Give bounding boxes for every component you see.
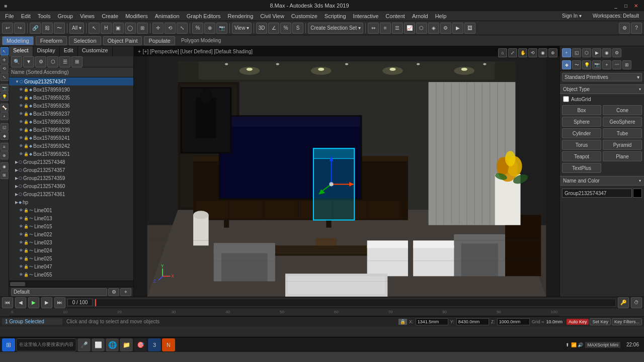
align-tool[interactable]: ≡	[1, 143, 9, 151]
object-paint-button[interactable]: Object Paint	[103, 36, 142, 45]
shapes-category-icon[interactable]: 〜	[572, 60, 581, 69]
scene-item-box3[interactable]: 👁 🔒 ◆ Box1578959236	[9, 102, 133, 110]
create-selection-set[interactable]: Create Selection Set ▾	[308, 23, 363, 34]
app2-icon[interactable]: 3	[148, 338, 161, 351]
rotate-tool[interactable]: ⟲	[1, 64, 9, 72]
scene-tab-edit[interactable]: Edit	[60, 46, 78, 56]
scene-item-box9[interactable]: 👁 🔒 ◆ Box1578959251	[9, 150, 133, 158]
geosphere-type-button[interactable]: GeoSphere	[603, 117, 642, 127]
window-controls[interactable]: _ □ ✕	[612, 2, 640, 10]
scene-item-line015[interactable]: 👁 🔒 〜 Line015	[9, 222, 133, 230]
scene-item-box4[interactable]: 👁 🔒 ◆ Box1578959237	[9, 110, 133, 118]
menu-group[interactable]: Group	[54, 12, 76, 20]
menu-help[interactable]: Help	[432, 12, 450, 20]
menu-tools[interactable]: Tools	[35, 12, 54, 20]
timeline-key-mode[interactable]: 🔑	[618, 297, 629, 308]
autogrid-checkbox[interactable]	[563, 96, 569, 102]
menu-edit[interactable]: Edit	[18, 12, 34, 20]
geometry-tool[interactable]: ◆	[1, 132, 9, 140]
rotate-button[interactable]: ⟲	[165, 23, 176, 34]
scale-tool[interactable]: ⤡	[1, 73, 9, 81]
scene-item-line001[interactable]: 👁 🔒 〜 Line001	[9, 206, 133, 214]
y-coord-value[interactable]: 8430.0mm	[456, 318, 489, 325]
menu-interactive[interactable]: Interactive	[350, 12, 382, 20]
cylinder-type-button[interactable]: Cylinder	[562, 128, 601, 138]
maximize-button[interactable]: □	[622, 2, 630, 10]
scene-item-grp6[interactable]: ▶ ⬡ Group2132574361	[9, 190, 133, 198]
timeline-prev[interactable]: ◀	[15, 297, 26, 308]
select-region-circle[interactable]: ◯	[125, 23, 136, 34]
auto-key-button[interactable]: Auto Key	[567, 319, 589, 325]
key-filters-button[interactable]: Key Filters...	[612, 318, 642, 325]
scene-item-line055[interactable]: 👁 🔒 〜 Line055	[9, 270, 133, 279]
hierarchy-tab-icon[interactable]: ⬡	[582, 48, 591, 57]
align-button[interactable]: ≡	[380, 23, 391, 34]
scene-tab-customize[interactable]: Customize	[78, 46, 113, 56]
move-button[interactable]: ✛	[152, 23, 164, 34]
timeline-next[interactable]: ▶	[41, 297, 52, 308]
camera-tool[interactable]: 📷	[1, 84, 9, 92]
snap-tool[interactable]: ⊕	[1, 151, 9, 159]
modify-tab-icon[interactable]: ◱	[572, 48, 581, 57]
select-button[interactable]: ↖	[89, 23, 100, 34]
timeline-prev-frame[interactable]: ⏮	[2, 297, 13, 308]
layer-settings-btn[interactable]: ⚙	[108, 288, 119, 296]
menu-customize[interactable]: Customize	[288, 12, 320, 20]
teapot-type-button[interactable]: Teapot	[562, 151, 601, 161]
settings-button[interactable]: ⚙	[619, 23, 630, 34]
menu-modifiers[interactable]: Modifiers	[122, 12, 151, 20]
geometry-category-icon[interactable]: ◆	[562, 60, 571, 69]
app3-icon[interactable]: N	[162, 338, 175, 351]
timeline-track[interactable]	[95, 299, 616, 307]
menu-create[interactable]: Create	[99, 12, 121, 20]
menu-file[interactable]: File	[2, 12, 17, 20]
scene-item-line022[interactable]: 👁 🔒 〜 Line022	[9, 230, 133, 238]
scene-options[interactable]: ⚙	[35, 56, 46, 67]
isolate-tool[interactable]: ◉	[1, 162, 9, 170]
textplus-type-button[interactable]: TextPlus	[562, 163, 601, 173]
task-view-button[interactable]: ⬜	[92, 338, 105, 351]
bind-space-warp[interactable]: 〜	[54, 23, 65, 34]
primitive-type-dropdown[interactable]: Standard Primitives ▾	[562, 73, 642, 81]
menu-graph-editors[interactable]: Graph Editors	[184, 12, 224, 20]
scene-tab-display[interactable]: Display	[33, 46, 60, 56]
window-crossing[interactable]: ⊞	[137, 23, 148, 34]
helpers-category-icon[interactable]: +	[602, 60, 611, 69]
scene-item-grp2[interactable]: ▶ ⬡ Group2132574348	[9, 158, 133, 166]
browser-icon[interactable]: 🌐	[106, 338, 119, 351]
scene-item-grp3[interactable]: ▶ ⬡ Group2132574357	[9, 166, 133, 174]
scene-item-box7[interactable]: 👁 🔒 ◆ Box1578959241	[9, 134, 133, 142]
mirror-button[interactable]: ⇔	[368, 23, 379, 34]
scene-item-line023[interactable]: 👁 🔒 〜 Line023	[9, 238, 133, 246]
list-h-scrollbar[interactable]	[10, 282, 25, 286]
lights-category-icon[interactable]: 💡	[582, 60, 591, 69]
scene-item-box6[interactable]: 👁 🔒 ◆ Box1578959239	[9, 126, 133, 134]
schematic-view[interactable]: ⬡	[416, 23, 427, 34]
scene-item-box1[interactable]: 👁 🔒 ◆ Box1578959190	[9, 85, 133, 94]
help-button[interactable]: ?	[631, 23, 642, 34]
select-tool[interactable]: ↖	[1, 47, 9, 55]
set-key-button[interactable]: Set Key	[590, 318, 611, 325]
cone-type-button[interactable]: Cone	[603, 105, 642, 115]
select-name-button[interactable]: H	[101, 23, 112, 34]
timeline-play[interactable]: ▶	[28, 297, 39, 308]
vp-zoom[interactable]: ⤢	[508, 48, 517, 57]
scene-item-grp4[interactable]: ▶ ⬡ Group2132574359	[9, 174, 133, 182]
scene-item-group1[interactable]: ▼ ⬡ Group2132574347	[9, 77, 133, 85]
xref-tool[interactable]: ⊞	[1, 171, 9, 179]
freeform-mode-button[interactable]: Freeform	[36, 36, 67, 45]
unlink-button[interactable]: ⛓	[42, 23, 53, 34]
vp-pan[interactable]: ✋	[518, 48, 527, 57]
bone-tool[interactable]: 🦴	[1, 104, 9, 112]
utilities-tab-icon[interactable]: ⚙	[612, 48, 621, 57]
populate-button[interactable]: Populate	[144, 36, 175, 45]
object-type-section-header[interactable]: Object Type ▾	[560, 84, 644, 94]
scene-display[interactable]: ☰	[59, 56, 70, 67]
material-editor[interactable]: ◈	[428, 23, 439, 34]
timeline-next-frame[interactable]: ⏭	[54, 297, 65, 308]
angle-snap[interactable]: ∠	[268, 23, 279, 34]
systems-category-icon[interactable]: ⊞	[622, 60, 631, 69]
modeling-mode-button[interactable]: Modeling	[2, 36, 34, 45]
torus-type-button[interactable]: Torus	[562, 140, 601, 150]
vp-maximize[interactable]: ⊕	[548, 48, 557, 57]
